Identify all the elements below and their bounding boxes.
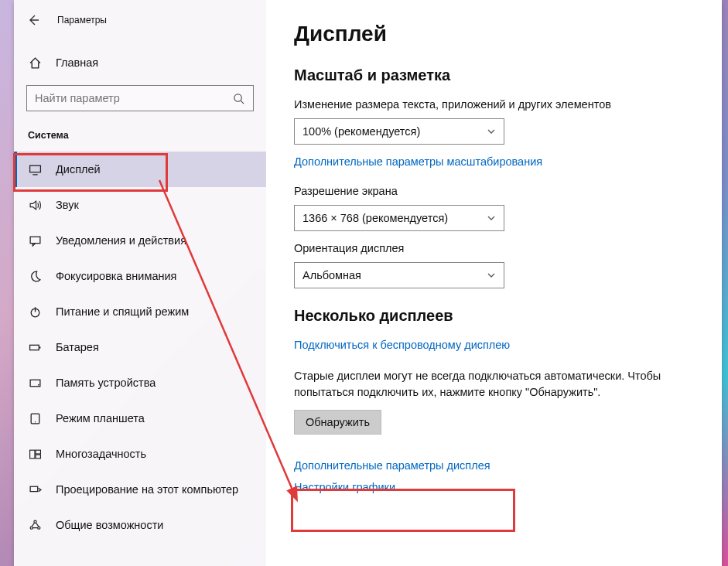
sidebar-item-label: Память устройства bbox=[56, 377, 156, 389]
sidebar-item-label: Уведомления и действия bbox=[56, 234, 186, 247]
settings-window: Параметры Главная Система ДисплейЗвукУве… bbox=[14, 0, 722, 566]
section-multi: Несколько дисплеев bbox=[294, 307, 694, 325]
scale-value: 100% (рекомендуется) bbox=[302, 125, 420, 138]
multitask-icon bbox=[28, 447, 42, 461]
detect-help-text: Старые дисплеи могут не всегда подключат… bbox=[294, 368, 694, 401]
sidebar-item-notifications[interactable]: Уведомления и действия bbox=[14, 223, 266, 258]
svg-rect-3 bbox=[29, 165, 40, 172]
svg-rect-10 bbox=[30, 380, 40, 387]
chat-icon bbox=[28, 234, 42, 247]
monitor-icon bbox=[28, 162, 42, 176]
resolution-label: Разрешение экрана bbox=[294, 185, 694, 197]
orientation-select[interactable]: Альбомная bbox=[294, 262, 504, 288]
sidebar-item-power[interactable]: Питание и спящий режим bbox=[14, 294, 266, 329]
svg-point-1 bbox=[234, 94, 241, 101]
svg-rect-17 bbox=[30, 486, 38, 491]
svg-point-18 bbox=[33, 520, 36, 523]
tablet-icon bbox=[28, 411, 42, 425]
home-label: Главная bbox=[56, 56, 98, 69]
detect-button[interactable]: Обнаружить bbox=[294, 410, 381, 435]
back-button[interactable] bbox=[26, 13, 40, 27]
svg-point-11 bbox=[37, 384, 39, 385]
sidebar-item-label: Дисплей bbox=[56, 163, 101, 176]
search-icon bbox=[232, 91, 245, 105]
sidebar-item-label: Звук bbox=[56, 199, 79, 211]
sidebar-item-label: Батарея bbox=[56, 341, 99, 353]
svg-line-2 bbox=[241, 101, 244, 104]
page-title: Дисплей bbox=[294, 22, 694, 46]
sidebar-item-label: Режим планшета bbox=[56, 412, 145, 424]
sidebar: Параметры Главная Система ДисплейЗвукУве… bbox=[14, 0, 266, 566]
chevron-down-icon bbox=[487, 213, 496, 223]
window-title: Параметры bbox=[57, 15, 107, 26]
arrow-left-icon bbox=[27, 14, 39, 26]
sidebar-item-label: Фокусировка внимания bbox=[56, 270, 176, 282]
sidebar-item-battery[interactable]: Батарея bbox=[14, 329, 266, 365]
battery-icon bbox=[28, 340, 42, 354]
svg-point-13 bbox=[34, 421, 35, 422]
speaker-icon bbox=[28, 198, 42, 212]
titlebar: Параметры bbox=[14, 6, 266, 34]
category-label: Система bbox=[14, 111, 266, 148]
svg-rect-5 bbox=[30, 237, 40, 244]
sidebar-item-multitask[interactable]: Многозадачность bbox=[14, 436, 266, 472]
scale-label: Изменение размера текста, приложений и д… bbox=[294, 98, 694, 111]
home-nav[interactable]: Главная bbox=[14, 46, 266, 79]
svg-rect-8 bbox=[29, 345, 39, 349]
sidebar-item-label: Проецирование на этот компьютер bbox=[56, 483, 238, 496]
search-wrap bbox=[14, 79, 266, 111]
advanced-display-link[interactable]: Дополнительные параметры дисплея bbox=[294, 459, 694, 472]
search-box[interactable] bbox=[26, 85, 254, 111]
project-icon bbox=[28, 482, 42, 496]
orientation-value: Альбомная bbox=[302, 269, 361, 281]
orientation-label: Ориентация дисплея bbox=[294, 242, 694, 254]
svg-rect-15 bbox=[36, 450, 40, 454]
wireless-display-link[interactable]: Подключиться к беспроводному дисплею bbox=[294, 339, 694, 351]
resolution-value: 1366 × 768 (рекомендуется) bbox=[302, 212, 448, 224]
sidebar-item-label: Многозадачность bbox=[56, 448, 146, 460]
sidebar-item-display[interactable]: Дисплей bbox=[14, 152, 266, 187]
sidebar-item-focus[interactable]: Фокусировка внимания bbox=[14, 258, 266, 294]
sidebar-item-project[interactable]: Проецирование на этот компьютер bbox=[14, 472, 266, 507]
sidebar-item-shared[interactable]: Общие возможности bbox=[14, 507, 266, 543]
shared-icon bbox=[28, 518, 42, 532]
svg-rect-9 bbox=[39, 346, 40, 348]
svg-rect-14 bbox=[29, 450, 34, 459]
svg-point-19 bbox=[30, 527, 32, 529]
resolution-select[interactable]: 1366 × 768 (рекомендуется) bbox=[294, 205, 504, 231]
home-icon bbox=[28, 56, 42, 70]
nav-list: ДисплейЗвукУведомления и действияФокусир… bbox=[14, 152, 266, 543]
sidebar-item-storage[interactable]: Память устройства bbox=[14, 365, 266, 401]
sidebar-item-label: Питание и спящий режим bbox=[56, 305, 189, 318]
storage-icon bbox=[28, 376, 42, 390]
search-input[interactable] bbox=[35, 92, 232, 104]
chevron-down-icon bbox=[487, 271, 496, 280]
svg-point-20 bbox=[37, 527, 39, 529]
sidebar-item-tablet[interactable]: Режим планшета bbox=[14, 401, 266, 436]
sidebar-item-label: Общие возможности bbox=[56, 519, 163, 531]
power-icon bbox=[28, 305, 42, 319]
chevron-down-icon bbox=[487, 127, 496, 136]
scale-advanced-link[interactable]: Дополнительные параметры масштабирования bbox=[294, 155, 694, 168]
section-scale: Масштаб и разметка bbox=[294, 66, 694, 84]
sidebar-item-sound[interactable]: Звук bbox=[14, 187, 266, 223]
main-content: Дисплей Масштаб и разметка Изменение раз… bbox=[266, 0, 722, 566]
moon-icon bbox=[28, 269, 42, 283]
graphics-settings-link[interactable]: Настройки графики bbox=[294, 481, 694, 493]
svg-rect-16 bbox=[36, 455, 40, 459]
scale-select[interactable]: 100% (рекомендуется) bbox=[294, 118, 504, 145]
